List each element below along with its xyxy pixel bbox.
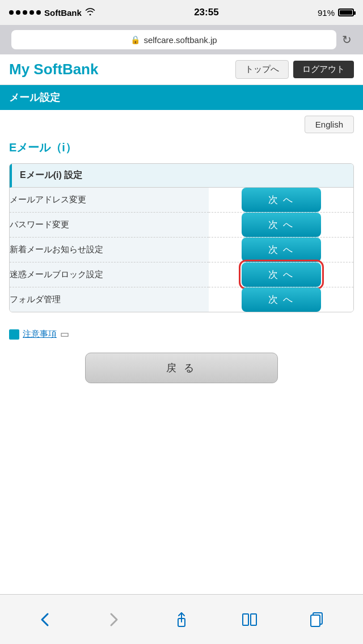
url-text: selfcare.softbank.jp: [143, 35, 217, 45]
next-button-0[interactable]: 次 へ: [242, 188, 321, 212]
row-action: 次 へ: [209, 213, 353, 238]
bottom-toolbar: [0, 594, 363, 644]
notes-icon: [9, 329, 19, 340]
row-action: 次 へ: [209, 262, 353, 287]
refresh-button[interactable]: ↻: [342, 33, 352, 46]
url-bar: 🔒 selfcare.softbank.jp ↻: [0, 25, 363, 54]
table-row: メールアドレス変更次 へ: [10, 188, 353, 213]
section-main-title: Eメール（i）: [9, 137, 354, 163]
signal-dots: [9, 10, 41, 15]
browser-back-button[interactable]: [31, 605, 60, 634]
table-row: 新着メールお知らせ設定次 へ: [10, 238, 353, 262]
next-button-2[interactable]: 次 へ: [242, 238, 321, 262]
status-bar: SoftBank 23:55 91%: [0, 0, 363, 25]
share-button[interactable]: [167, 605, 196, 634]
settings-table: メールアドレス変更次 へパスワード変更次 へ新着メールお知らせ設定次 へ迷惑メー…: [10, 188, 353, 312]
english-row: English: [9, 110, 354, 137]
logo-my: My: [9, 61, 33, 78]
svg-rect-2: [251, 614, 256, 625]
url-display[interactable]: 🔒 selfcare.softbank.jp: [11, 30, 336, 49]
carrier-name: SoftBank: [44, 8, 82, 18]
time-display: 23:55: [194, 7, 218, 18]
row-label: 新着メールお知らせ設定: [10, 238, 209, 262]
page-title-bar: メール設定: [0, 85, 363, 110]
row-label: パスワード変更: [10, 213, 209, 238]
notes-row: 注意事項 ▭: [9, 323, 354, 347]
svg-rect-1: [243, 614, 248, 625]
notes-link[interactable]: 注意事項: [23, 329, 57, 340]
wifi-icon: [85, 7, 95, 18]
page-title: メール設定: [9, 92, 60, 103]
table-row: 迷惑メールブロック設定次 へ: [10, 262, 353, 287]
settings-card: Eメール(i) 設定 メールアドレス変更次 へパスワード変更次 へ新着メールお知…: [9, 163, 354, 312]
svg-rect-4: [311, 615, 320, 626]
site-logo: My SoftBank: [9, 61, 98, 78]
row-action: 次 へ: [209, 188, 353, 213]
bookmarks-button[interactable]: [235, 605, 264, 634]
back-button[interactable]: 戻 る: [85, 353, 278, 383]
back-btn-row: 戻 る: [9, 347, 354, 395]
row-label: 迷惑メールブロック設定: [10, 262, 209, 287]
battery-icon: [338, 9, 354, 16]
notes-box-icon: ▭: [60, 328, 69, 340]
table-row: パスワード変更次 へ: [10, 213, 353, 238]
battery-percent: 91%: [318, 8, 335, 18]
row-label: フォルダ管理: [10, 287, 209, 312]
english-button[interactable]: English: [305, 116, 354, 133]
next-button-1[interactable]: 次 へ: [242, 213, 321, 237]
row-action: 次 へ: [209, 238, 353, 262]
logo-softbank: SoftBank: [33, 61, 98, 78]
row-action: 次 へ: [209, 287, 353, 312]
logout-button[interactable]: ログアウト: [293, 61, 354, 78]
lock-icon: 🔒: [130, 35, 140, 44]
settings-card-header: Eメール(i) 設定: [10, 164, 353, 188]
next-button-3[interactable]: 次 へ: [242, 262, 321, 287]
status-left: SoftBank: [9, 7, 95, 18]
row-label: メールアドレス変更: [10, 188, 209, 213]
top-button[interactable]: トップへ: [235, 60, 289, 79]
status-right: 91%: [318, 8, 354, 18]
table-row: フォルダ管理次 へ: [10, 287, 353, 312]
main-content: English Eメール（i） Eメール(i) 設定 メールアドレス変更次 へパ…: [0, 110, 363, 463]
next-button-4[interactable]: 次 へ: [242, 287, 321, 312]
site-header: My SoftBank トップへ ログアウト: [0, 54, 363, 85]
tabs-button[interactable]: [303, 605, 332, 634]
header-buttons: トップへ ログアウト: [235, 60, 354, 79]
browser-forward-button[interactable]: [99, 605, 128, 634]
